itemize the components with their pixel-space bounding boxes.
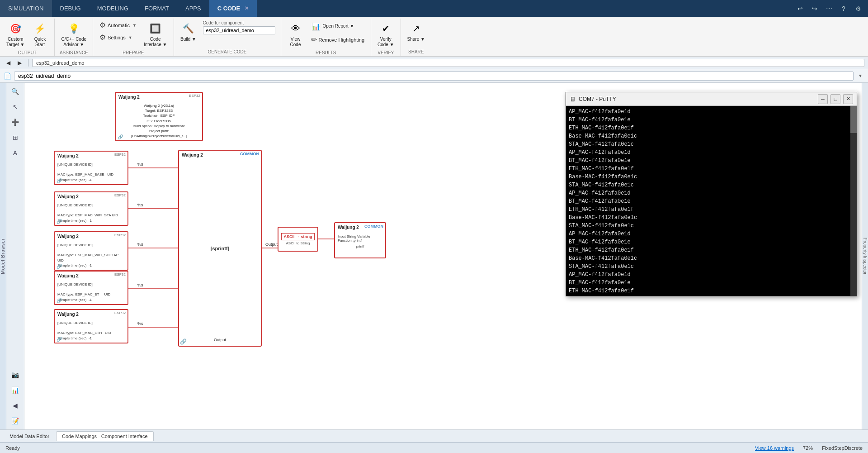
build-button[interactable]: 🔨 Build ▼ <box>178 19 199 44</box>
custom-target-button[interactable]: 🎯 CustomTarget ▼ <box>4 19 27 49</box>
svg-text:%s: %s <box>137 203 143 207</box>
zoom-in-btn[interactable]: 🔍 <box>9 85 22 98</box>
uid3-badge: ESP32 <box>114 233 126 237</box>
custom-target-icon: 🎯 <box>8 21 23 36</box>
putty-line: Base-MAC-f412fafa0e1c <box>569 295 854 296</box>
open-report-button[interactable]: 📊 Open Report ▼ <box>308 19 368 33</box>
share-group-label: SHARE <box>405 48 428 55</box>
putty-line: STA_MAC-f412fafa0e1c <box>569 222 854 230</box>
putty-minimize-btn[interactable]: ─ <box>818 94 828 104</box>
ribbon: 🎯 CustomTarget ▼ ⚡ QuickStart OUTPUT 💡 C… <box>0 17 868 57</box>
putty-line: ETH_MAC-f412fafa0e1f <box>569 246 854 254</box>
property-inspector-label: Property Inspector <box>863 238 868 275</box>
tab-ccode-label: C CODE <box>217 5 241 12</box>
sim-ctrl-btn2[interactable]: 📊 <box>9 383 22 397</box>
title-redo-btn[interactable]: ↪ <box>808 2 821 15</box>
tab-simulation[interactable]: SIMULATION <box>0 0 52 17</box>
breadcrumb: esp32_uidread_demo <box>32 59 864 67</box>
footer-icon-btn[interactable]: 📝 <box>9 414 22 428</box>
tab-modeling[interactable]: MODELING <box>89 0 137 17</box>
remove-highlight-icon: ✏ <box>311 35 317 44</box>
toolbar-back-btn[interactable]: ◀ <box>4 59 13 67</box>
title-undo-btn[interactable]: ↩ <box>794 2 807 15</box>
model-browser-sidebar[interactable]: Model Browser <box>0 83 6 429</box>
block-uid2[interactable]: Waijung 2 ESP32 [UNIQUE DEVICE ID] MAC t… <box>54 191 128 226</box>
putty-line: Base-MAC-f412fafa0e1c <box>569 254 854 262</box>
block-uid4[interactable]: Waijung 2 ESP32 [UNIQUE DEVICE ID] MAC t… <box>54 271 128 305</box>
status-zoom: 72% <box>803 445 813 451</box>
putty-line: Base-MAC-f412fafa0e1c <box>569 132 854 140</box>
svg-text:%s: %s <box>137 242 143 247</box>
quick-start-button[interactable]: ⚡ QuickStart <box>29 19 51 49</box>
cpp-code-advisor-button[interactable]: 💡 C/C++ CodeAdvisor ▼ <box>58 19 89 49</box>
putty-close-btn[interactable]: ✕ <box>843 94 853 104</box>
select-btn[interactable]: ↖ <box>9 100 22 114</box>
sim-ctrl-btn1[interactable]: 📷 <box>9 368 22 381</box>
share-button[interactable]: ↗ Share ▼ <box>405 19 428 44</box>
tab-model-data-editor[interactable]: Model Data Editor <box>4 431 55 441</box>
block-uid3[interactable]: Waijung 2 ESP32 [UNIQUE DEVICE ID] MAC t… <box>54 231 128 271</box>
tab-format[interactable]: FORMAT <box>137 0 177 17</box>
component-input[interactable] <box>203 26 275 34</box>
addr-input[interactable] <box>14 72 854 81</box>
title-help-btn[interactable]: ? <box>837 2 850 15</box>
putty-line: ETH_MAC-f412fafa0e1f <box>569 124 854 132</box>
putty-scroll-thumb[interactable] <box>850 106 857 133</box>
collapse-btn[interactable]: ◀ <box>9 399 22 412</box>
printf-footer: printf <box>338 244 382 248</box>
putty-line: AP_MAC-f412fafa0e1d <box>569 148 854 157</box>
title-more-btn[interactable]: ⋯ <box>823 2 835 15</box>
putty-content[interactable]: AP_MAC-f412fafa0e1dBT_MAC-f412fafa0e1eET… <box>566 106 857 296</box>
addr-dropdown-btn[interactable]: ▼ <box>856 73 864 78</box>
view-code-label: ViewCode <box>290 37 301 48</box>
uid3-text: [UNIQUE DEVICE ID] MAC type: ESP_MAC_WIF… <box>57 243 125 268</box>
text-btn[interactable]: A <box>9 146 22 160</box>
ribbon-group-assistance: 💡 C/C++ CodeAdvisor ▼ ASSISTANCE <box>55 19 93 56</box>
common-sprintf-block[interactable]: Waijung 2 COMMON [sprintf] Output 🔗 <box>178 150 262 347</box>
sprintf-badge: COMMON <box>240 152 259 156</box>
zoom-fit-btn[interactable]: ⊞ <box>9 131 22 144</box>
putty-line: Base-MAC-f412fafa0e1c <box>569 214 854 222</box>
ribbon-group-output: 🎯 CustomTarget ▼ ⚡ QuickStart OUTPUT <box>0 19 55 56</box>
settings-button[interactable]: ⚙ Settings ▼ <box>97 32 139 43</box>
printf-block[interactable]: Waijung 2 COMMON Input String Variable F… <box>334 222 386 258</box>
add-block-btn[interactable]: ➕ <box>9 115 22 129</box>
toolbar: ◀ ▶ esp32_uidread_demo <box>0 57 868 69</box>
code-interface-icon: 🔲 <box>148 21 163 36</box>
tab-apps[interactable]: APPS <box>177 0 209 17</box>
printf-text: Input String Variable Function :printf <box>338 234 382 243</box>
sprintf-output-label: Output <box>214 338 226 342</box>
tab-ccode-close[interactable]: ✕ <box>245 5 249 11</box>
putty-maximize-btn[interactable]: □ <box>830 94 840 104</box>
ribbon-group-generate: 🔨 Build ▼ Code for component GENERATE CO… <box>174 19 281 56</box>
tab-code-mappings[interactable]: Code Mappings - Component Interface <box>56 431 154 441</box>
ascii-to-string-block[interactable]: ASCII → string ASCII to String <box>278 227 318 252</box>
statusbar: Ready View 16 warnings 72% FixedStepDisc… <box>0 442 868 453</box>
automatic-button[interactable]: ⚙ Automatic ▼ <box>97 19 139 31</box>
status-warnings[interactable]: View 16 warnings <box>755 445 794 451</box>
putty-line: BT_MAC-f412fafa0e1e <box>569 197 854 205</box>
title-settings-btn[interactable]: ⚙ <box>852 2 864 15</box>
remove-highlighting-button[interactable]: ✏ Remove Highlighting <box>308 34 368 45</box>
putty-line: Base-MAC-f412fafa0e1c <box>569 173 854 181</box>
toolbar-forward-btn[interactable]: ▶ <box>15 59 24 67</box>
view-code-button[interactable]: 👁 ViewCode <box>285 19 307 49</box>
open-report-label: Open Report ▼ <box>323 24 354 29</box>
block-uid5[interactable]: Waijung 2 ESP32 [UNIQUE DEVICE ID] MAC t… <box>54 309 128 343</box>
code-advisor-icon: 💡 <box>66 21 81 36</box>
block-main-esp32[interactable]: Waijung 2 ESP32 Waijung 2 (v23.1a) Targe… <box>115 92 203 141</box>
verify-code-button[interactable]: ✔ VerifyCode ▼ <box>375 19 397 49</box>
svg-text:%s: %s <box>137 283 143 287</box>
putty-line: BT_MAC-f412fafa0e1e <box>569 116 854 124</box>
code-interface-button[interactable]: 🔲 CodeInterface ▼ <box>141 19 170 49</box>
automatic-icon: ⚙ <box>99 21 106 29</box>
putty-line: STA_MAC-f412fafa0e1c <box>569 181 854 189</box>
block-uid1[interactable]: Waijung 2 ESP32 [UNIQUE DEVICE ID] MAC t… <box>54 151 128 185</box>
tab-debug[interactable]: DEBUG <box>52 0 89 17</box>
putty-line: AP_MAC-f412fafa0e1d <box>569 230 854 238</box>
putty-scrollbar[interactable] <box>850 106 857 296</box>
putty-icon: 🖥 <box>570 95 576 103</box>
putty-line: AP_MAC-f412fafa0e1d <box>569 189 854 197</box>
tab-ccode[interactable]: C CODE ✕ <box>209 0 257 17</box>
property-inspector-panel[interactable]: Property Inspector <box>862 83 868 429</box>
